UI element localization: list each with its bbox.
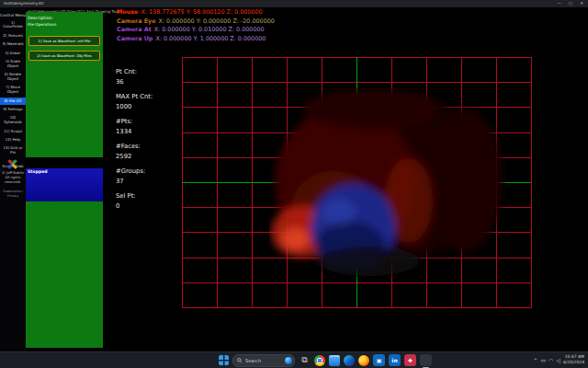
stat-label: #Faces: [116,143,180,150]
save-wavefront-button[interactable]: 1) Save as Wavefront .mtl File [28,36,100,46]
sidebar-item[interactable]: 11) Sculpt [0,128,26,135]
sidebar-item[interactable]: 1) ColorPicker [0,19,26,31]
search-icon [237,358,243,363]
pinned-apps: ⧉▣in✚ [299,354,432,366]
tray-icons: ⌃▭◠◁ [533,357,560,363]
sidebar-item[interactable]: 2) Textures [0,32,26,40]
task-view-icon[interactable]: ⧉ [299,354,311,366]
firefox-icon[interactable] [358,355,369,366]
mesh-stats: Pt Cnt:36MAX Pt Cnt:1000#Pts:1334#Faces:… [116,68,180,217]
store-icon[interactable]: ▣ [373,354,385,366]
display-icon[interactable]: ▭ [540,357,546,363]
edge-icon[interactable] [344,355,355,366]
search-input[interactable]: Search [232,354,295,367]
volume-icon[interactable]: ◁ [556,357,560,363]
camera-up-readout: Camera UpX: 0.000000 Y: 1.000000 Z: 0.00… [117,35,275,44]
status-badge: Stopped [28,169,48,174]
stat-label: Pt Cnt: [116,68,180,75]
stat-value: 37 [116,178,180,185]
stat-pair: MAX Pt Cnt:1000 [116,93,180,110]
mouse-readout: MouseX: 138.772675 Y: 58.900120 Z: 0.000… [117,8,275,17]
description-label: Description: [28,16,53,20]
sidebar-item[interactable]: 9) Settings [0,107,26,114]
sidebar-item[interactable]: 8) File I/O [0,98,26,105]
save-wavefront-button[interactable]: 2) Save as Wavefront .Obj Files [28,51,100,61]
wifi-icon[interactable]: ◠ [548,357,553,363]
taskbar-clock[interactable]: 10:47 AM 6/20/2024 [563,354,584,366]
linkedin-icon[interactable]: in [389,354,401,366]
mesh-object[interactable] [269,88,506,278]
stat-label: #Pts: [116,118,180,125]
stat-label: MAX Pt Cnt: [116,93,180,100]
clock-time: 10:47 AM [565,354,584,359]
clock-date: 6/20/2024 [563,360,584,364]
stat-pair: #Faces:2592 [116,143,180,160]
window-titlebar [0,0,588,7]
copyright-text: © Jeff Kubitz All rights reserved. [0,171,26,185]
window-controls: — ▢ ✕ [557,1,583,6]
sidebar-item[interactable]: 6) Rotate Object [0,72,26,84]
stat-pair: Pt Cnt:36 [116,68,180,86]
sidebar-item[interactable]: 12) Help [0,137,26,144]
window-tab-title: HotOdeSymmetry3D [4,1,43,6]
status-panel: Stopped [26,168,103,201]
taskbar-apps: Search ⧉▣in✚ [219,354,432,367]
file-operations-panel: Description: File Operations 1) Save as … [26,12,103,157]
sidebar-menu: 1) ColorPicker2) Textures3) Materials4) … [0,19,26,170]
sidebar-item[interactable]: 7) Move Object [0,85,26,97]
copilot-icon [285,357,292,364]
sidebar-item[interactable]: 5) Scale Object [0,58,26,70]
stat-pair: #Pts:1334 [116,118,180,135]
coordinate-readout: MouseX: 138.772675 Y: 58.900120 Z: 0.000… [117,8,275,43]
search-placeholder: Search [245,358,282,363]
trademarks-privacy-link[interactable]: Trademarks / Privacy [0,190,26,198]
security-icon[interactable]: ✚ [404,354,416,366]
chrome-icon[interactable] [314,355,325,366]
sidebar-logo-icon [6,158,18,170]
stat-value: 1334 [116,128,180,135]
close-button[interactable]: ✕ [580,1,583,6]
stat-value: 36 [116,78,180,86]
sidebar-item[interactable]: 3) Materials [0,41,26,49]
sidebar-header: Control Menu [0,13,26,17]
description-text: File Operations [28,22,56,27]
stat-label: #Groups: [116,167,180,175]
start-button-icon[interactable] [219,355,229,365]
file-explorer-icon[interactable] [329,355,340,366]
maximize-button[interactable]: ▢ [569,1,572,6]
sidebar-item[interactable]: 10) Spheroids [0,115,26,127]
camera-eye-readout: Camera EyeX: 0.000000 Y: 0.000000 Z: -20… [117,17,275,27]
sidebar-item[interactable]: 13) Grid or Pts [0,145,26,157]
stat-value: 0 [116,202,180,210]
stat-pair: #Groups:37 [116,167,180,185]
sidebar-item[interactable]: 4) Draw! [0,50,26,57]
save-buttons-group: 1) Save as Wavefront .mtl File2) Save as… [28,36,100,61]
chevron-up-icon[interactable]: ⌃ [533,357,537,363]
lower-green-panel [26,201,103,348]
minimize-button[interactable]: — [557,1,561,6]
camera-at-readout: Camera AtX: 0.000000 Y: 0.010000 Z: 0.00… [117,26,275,35]
stat-value: 1000 [116,103,180,110]
stat-value: 2592 [116,153,180,160]
app-x-icon[interactable] [420,354,432,366]
stat-label: Sel Pt: [116,192,180,200]
stat-pair: Sel Pt:0 [116,192,180,210]
system-tray: ⌃▭◠◁ 10:47 AM 6/20/2024 [533,353,584,366]
desktop: HotOdeSymmetry3D — ▢ ✕ HotOdeSymmetry3D … [0,0,588,368]
